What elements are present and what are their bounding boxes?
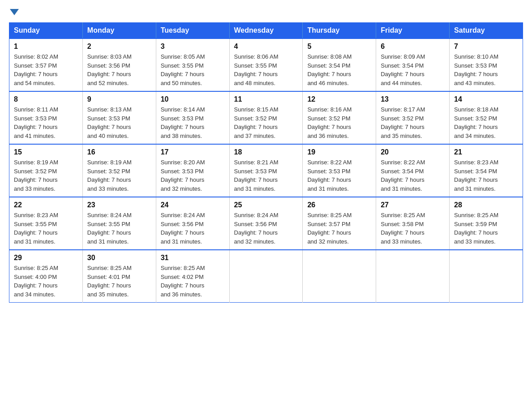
weekday-header-row: SundayMondayTuesdayWednesdayThursdayFrid…	[9, 23, 523, 39]
calendar-cell: 4 Sunrise: 8:06 AM Sunset: 3:55 PM Dayli…	[229, 39, 303, 91]
calendar-cell: 18 Sunrise: 8:21 AM Sunset: 3:53 PM Dayl…	[229, 144, 303, 197]
day-info: Sunrise: 8:20 AM Sunset: 3:53 PM Dayligh…	[161, 158, 225, 193]
day-info: Sunrise: 8:15 AM Sunset: 3:52 PM Dayligh…	[234, 105, 298, 140]
day-info: Sunrise: 8:14 AM Sunset: 3:53 PM Dayligh…	[161, 105, 225, 140]
calendar-cell: 1 Sunrise: 8:02 AM Sunset: 3:57 PM Dayli…	[9, 39, 83, 91]
calendar-week-row: 1 Sunrise: 8:02 AM Sunset: 3:57 PM Dayli…	[9, 39, 523, 91]
day-info: Sunrise: 8:11 AM Sunset: 3:53 PM Dayligh…	[14, 105, 78, 140]
day-number: 23	[87, 201, 151, 209]
calendar-week-row: 8 Sunrise: 8:11 AM Sunset: 3:53 PM Dayli…	[9, 91, 523, 144]
calendar-cell: 29 Sunrise: 8:25 AM Sunset: 4:00 PM Dayl…	[9, 250, 83, 303]
calendar-cell: 21 Sunrise: 8:23 AM Sunset: 3:54 PM Dayl…	[450, 144, 523, 197]
logo-arrow-icon	[10, 9, 19, 15]
calendar-cell: 19 Sunrise: 8:22 AM Sunset: 3:53 PM Dayl…	[303, 144, 376, 197]
day-info: Sunrise: 8:19 AM Sunset: 3:52 PM Dayligh…	[87, 158, 151, 193]
day-info: Sunrise: 8:16 AM Sunset: 3:52 PM Dayligh…	[307, 105, 371, 140]
day-info: Sunrise: 8:24 AM Sunset: 3:55 PM Dayligh…	[87, 211, 151, 246]
logo	[9, 9, 20, 15]
calendar-table: SundayMondayTuesdayWednesdayThursdayFrid…	[9, 22, 523, 303]
day-number: 3	[161, 43, 225, 51]
calendar-cell: 2 Sunrise: 8:03 AM Sunset: 3:56 PM Dayli…	[82, 39, 156, 91]
calendar-cell: 9 Sunrise: 8:13 AM Sunset: 3:53 PM Dayli…	[82, 91, 156, 144]
day-info: Sunrise: 8:19 AM Sunset: 3:52 PM Dayligh…	[14, 158, 78, 193]
day-info: Sunrise: 8:24 AM Sunset: 3:56 PM Dayligh…	[161, 211, 225, 246]
calendar-cell: 5 Sunrise: 8:08 AM Sunset: 3:54 PM Dayli…	[303, 39, 376, 91]
day-number: 18	[234, 148, 298, 156]
weekday-header-wednesday: Wednesday	[229, 23, 303, 39]
day-info: Sunrise: 8:05 AM Sunset: 3:55 PM Dayligh…	[161, 52, 225, 87]
calendar-week-row: 15 Sunrise: 8:19 AM Sunset: 3:52 PM Dayl…	[9, 144, 523, 197]
day-number: 29	[14, 254, 78, 262]
calendar-cell: 17 Sunrise: 8:20 AM Sunset: 3:53 PM Dayl…	[156, 144, 229, 197]
day-info: Sunrise: 8:03 AM Sunset: 3:56 PM Dayligh…	[87, 52, 151, 87]
day-number: 2	[87, 43, 151, 51]
day-number: 4	[234, 43, 298, 51]
day-info: Sunrise: 8:22 AM Sunset: 3:53 PM Dayligh…	[307, 158, 371, 193]
day-number: 30	[87, 254, 151, 262]
calendar-cell: 3 Sunrise: 8:05 AM Sunset: 3:55 PM Dayli…	[156, 39, 229, 91]
day-number: 6	[381, 43, 445, 51]
weekday-header-monday: Monday	[82, 23, 156, 39]
day-info: Sunrise: 8:08 AM Sunset: 3:54 PM Dayligh…	[307, 52, 371, 87]
calendar-cell: 13 Sunrise: 8:17 AM Sunset: 3:52 PM Dayl…	[376, 91, 450, 144]
calendar-cell: 15 Sunrise: 8:19 AM Sunset: 3:52 PM Dayl…	[9, 144, 83, 197]
calendar-cell: 14 Sunrise: 8:18 AM Sunset: 3:52 PM Dayl…	[450, 91, 523, 144]
calendar-cell: 23 Sunrise: 8:24 AM Sunset: 3:55 PM Dayl…	[82, 197, 156, 250]
day-number: 28	[454, 201, 518, 209]
calendar-cell: 11 Sunrise: 8:15 AM Sunset: 3:52 PM Dayl…	[229, 91, 303, 144]
calendar-cell: 30 Sunrise: 8:25 AM Sunset: 4:01 PM Dayl…	[82, 250, 156, 303]
calendar-cell	[450, 250, 523, 303]
day-number: 25	[234, 201, 298, 209]
day-number: 20	[381, 148, 445, 156]
day-number: 8	[14, 95, 78, 103]
calendar-week-row: 22 Sunrise: 8:23 AM Sunset: 3:55 PM Dayl…	[9, 197, 523, 250]
day-number: 9	[87, 95, 151, 103]
calendar-cell: 6 Sunrise: 8:09 AM Sunset: 3:54 PM Dayli…	[376, 39, 450, 91]
calendar-cell: 20 Sunrise: 8:22 AM Sunset: 3:54 PM Dayl…	[376, 144, 450, 197]
day-info: Sunrise: 8:09 AM Sunset: 3:54 PM Dayligh…	[381, 52, 445, 87]
weekday-header-sunday: Sunday	[9, 23, 83, 39]
day-info: Sunrise: 8:25 AM Sunset: 4:01 PM Dayligh…	[87, 264, 151, 299]
weekday-header-tuesday: Tuesday	[156, 23, 229, 39]
day-info: Sunrise: 8:13 AM Sunset: 3:53 PM Dayligh…	[87, 105, 151, 140]
day-info: Sunrise: 8:06 AM Sunset: 3:55 PM Dayligh…	[234, 52, 298, 87]
day-info: Sunrise: 8:25 AM Sunset: 3:58 PM Dayligh…	[381, 211, 445, 246]
weekday-header-thursday: Thursday	[303, 23, 376, 39]
calendar-cell: 16 Sunrise: 8:19 AM Sunset: 3:52 PM Dayl…	[82, 144, 156, 197]
calendar-cell	[229, 250, 303, 303]
day-info: Sunrise: 8:25 AM Sunset: 3:59 PM Dayligh…	[454, 211, 518, 246]
day-number: 10	[161, 95, 225, 103]
calendar-cell: 27 Sunrise: 8:25 AM Sunset: 3:58 PM Dayl…	[376, 197, 450, 250]
day-number: 14	[454, 95, 518, 103]
day-number: 16	[87, 148, 151, 156]
calendar-cell: 28 Sunrise: 8:25 AM Sunset: 3:59 PM Dayl…	[450, 197, 523, 250]
day-number: 26	[307, 201, 371, 209]
calendar-cell: 31 Sunrise: 8:25 AM Sunset: 4:02 PM Dayl…	[156, 250, 229, 303]
day-info: Sunrise: 8:22 AM Sunset: 3:54 PM Dayligh…	[381, 158, 445, 193]
day-info: Sunrise: 8:23 AM Sunset: 3:54 PM Dayligh…	[454, 158, 518, 193]
calendar-cell: 25 Sunrise: 8:24 AM Sunset: 3:56 PM Dayl…	[229, 197, 303, 250]
weekday-header-friday: Friday	[376, 23, 450, 39]
calendar-cell: 8 Sunrise: 8:11 AM Sunset: 3:53 PM Dayli…	[9, 91, 83, 144]
day-info: Sunrise: 8:25 AM Sunset: 4:00 PM Dayligh…	[14, 264, 78, 299]
calendar-cell: 10 Sunrise: 8:14 AM Sunset: 3:53 PM Dayl…	[156, 91, 229, 144]
day-number: 7	[454, 43, 518, 51]
day-info: Sunrise: 8:17 AM Sunset: 3:52 PM Dayligh…	[381, 105, 445, 140]
calendar-cell: 24 Sunrise: 8:24 AM Sunset: 3:56 PM Dayl…	[156, 197, 229, 250]
calendar-week-row: 29 Sunrise: 8:25 AM Sunset: 4:00 PM Dayl…	[9, 250, 523, 303]
day-number: 27	[381, 201, 445, 209]
day-info: Sunrise: 8:02 AM Sunset: 3:57 PM Dayligh…	[14, 52, 78, 87]
day-number: 31	[161, 254, 225, 262]
day-info: Sunrise: 8:25 AM Sunset: 3:57 PM Dayligh…	[307, 211, 371, 246]
day-info: Sunrise: 8:24 AM Sunset: 3:56 PM Dayligh…	[234, 211, 298, 246]
day-number: 22	[14, 201, 78, 209]
day-info: Sunrise: 8:25 AM Sunset: 4:02 PM Dayligh…	[161, 264, 225, 299]
day-number: 19	[307, 148, 371, 156]
day-info: Sunrise: 8:18 AM Sunset: 3:52 PM Dayligh…	[454, 105, 518, 140]
day-number: 15	[14, 148, 78, 156]
day-number: 12	[307, 95, 371, 103]
day-number: 17	[161, 148, 225, 156]
calendar-cell: 7 Sunrise: 8:10 AM Sunset: 3:53 PM Dayli…	[450, 39, 523, 91]
day-number: 5	[307, 43, 371, 51]
weekday-header-saturday: Saturday	[450, 23, 523, 39]
